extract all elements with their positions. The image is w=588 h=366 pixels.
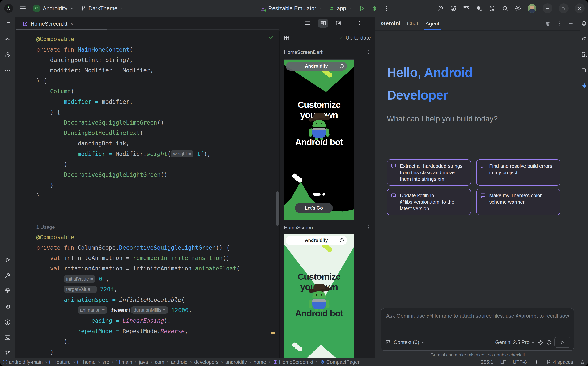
search-everywhere-button[interactable] xyxy=(502,5,509,12)
gradle-sync-button[interactable] xyxy=(489,5,496,12)
user-avatar[interactable] xyxy=(528,4,536,13)
terminal-tool-button[interactable] xyxy=(4,334,11,341)
code-line[interactable]: @Composable xyxy=(36,34,279,45)
vcs-branch-selector[interactable]: DarkTheme xyxy=(80,5,124,12)
line-separator[interactable]: LF xyxy=(500,359,506,365)
breadcrumb-item[interactable]: feature xyxy=(49,359,71,365)
suggestion-card[interactable]: Make my Theme's color scheme warmer xyxy=(476,189,560,215)
code-line[interactable]: Column( xyxy=(36,86,279,97)
breadcrumb-item[interactable]: androidify-main xyxy=(3,359,43,365)
code-line[interactable]: val rotationAnimation = infiniteAnimatio… xyxy=(36,263,279,274)
code-line[interactable]: ) { xyxy=(36,76,279,86)
file-encoding[interactable]: UTF-8 xyxy=(513,359,527,365)
code-line[interactable]: ) xyxy=(36,159,279,170)
tab-close-icon[interactable]: × xyxy=(70,21,74,27)
resource-manager-tool-button[interactable] xyxy=(4,51,11,58)
editor-options-button[interactable] xyxy=(354,19,364,28)
run-tool-button[interactable] xyxy=(4,256,11,263)
code-line[interactable]: dancingBotLink, xyxy=(36,138,279,149)
run-with-coverage-button[interactable] xyxy=(450,5,457,12)
window-minimize-button[interactable] xyxy=(542,3,552,13)
prompt-history-button[interactable] xyxy=(546,339,552,345)
code-line[interactable]: modifier: Modifier = Modifier, xyxy=(36,65,279,76)
send-button[interactable] xyxy=(554,337,570,348)
code-line[interactable]: } xyxy=(36,180,279,191)
info-icon[interactable] xyxy=(339,64,344,69)
build-button[interactable] xyxy=(437,5,443,12)
tab-scrollbar-thumb[interactable] xyxy=(16,29,107,30)
code-line[interactable]: easing = LinearEasing), xyxy=(36,316,279,326)
project-tool-button[interactable] xyxy=(4,20,11,27)
commit-tool-button[interactable] xyxy=(4,36,11,43)
profiler-button[interactable] xyxy=(463,5,470,12)
gemini-prompt-input[interactable] xyxy=(386,311,569,320)
code-line[interactable]: animationSpec = infiniteRepeatable( xyxy=(36,295,279,305)
lets-go-button[interactable]: Let's Go xyxy=(295,203,333,213)
breadcrumb-item[interactable]: CompactPager xyxy=(320,359,359,365)
code-line[interactable]: repeatMode = RepeatMode.Reverse, xyxy=(36,326,279,336)
breadcrumb-item[interactable]: com xyxy=(155,359,164,365)
preview-options-button[interactable] xyxy=(366,225,371,230)
device-explorer-tool-button[interactable] xyxy=(581,51,587,58)
view-code-only-button[interactable] xyxy=(303,19,313,28)
preview-phone-homescreen[interactable]: Androidify Customize your own Android bo… xyxy=(284,234,354,358)
code-line[interactable]: DancingBotHeadlineText( xyxy=(36,128,279,138)
breadcrumb-item[interactable]: home xyxy=(254,359,266,365)
breadcrumb-item[interactable]: HomeScreen.kt xyxy=(273,359,313,365)
preview-layout-button[interactable] xyxy=(283,35,290,41)
settings-button[interactable] xyxy=(515,5,521,12)
code-line[interactable]: private fun MainHomeContent( xyxy=(36,45,279,55)
breadcrumb-item[interactable]: android xyxy=(171,359,188,365)
editor-scrollbar-thumb[interactable] xyxy=(276,191,279,226)
code-line[interactable]: animation = tween(durationMillis = 12000… xyxy=(36,305,279,316)
readonly-toggle[interactable] xyxy=(580,359,585,365)
code-line[interactable]: private fun ColumnScope.DecorativeSquigg… xyxy=(36,243,279,253)
code-line[interactable]: targetValue = 720f, xyxy=(36,284,279,295)
caret-position[interactable]: 255:1 xyxy=(481,359,493,365)
device-selector[interactable]: Resizable Emulator xyxy=(260,5,323,12)
build-tool-button[interactable] xyxy=(4,272,11,279)
code-line[interactable] xyxy=(36,211,279,222)
window-restore-button[interactable] xyxy=(558,3,569,13)
breadcrumb-item[interactable]: src xyxy=(102,359,109,365)
code-line[interactable]: DecorativeSquiggleLightGreen() xyxy=(36,170,279,180)
problems-tool-button[interactable] xyxy=(4,319,11,326)
code-line[interactable]: 1 Usage xyxy=(36,222,279,232)
code-line[interactable] xyxy=(36,201,279,212)
code-line[interactable]: dancingBotLink: String?, xyxy=(36,55,279,65)
code-line[interactable]: ) xyxy=(36,347,279,357)
preview-options-button[interactable] xyxy=(366,49,371,55)
more-actions-button[interactable] xyxy=(384,5,390,11)
model-selector[interactable]: Gemini 2.5 Pro xyxy=(495,339,535,345)
main-menu-button[interactable] xyxy=(19,5,26,12)
gemini-input-box[interactable]: Context (6) Gemini 2.5 Pro xyxy=(381,308,574,351)
gemini-tool-button[interactable] xyxy=(581,83,587,89)
suggestion-card[interactable]: Update kotlin in @libs.version.toml to t… xyxy=(387,189,471,215)
running-devices-tool-button[interactable] xyxy=(581,67,587,73)
info-icon[interactable] xyxy=(339,238,344,243)
inspections-ok-icon[interactable] xyxy=(269,34,274,40)
hide-panel-button[interactable] xyxy=(568,21,573,26)
breadcrumb-item[interactable]: java xyxy=(139,359,148,365)
tab-homescreen-kt[interactable]: HomeScreen.kt × xyxy=(21,19,76,29)
code-line[interactable]: val infiniteAnimation = rememberInfinite… xyxy=(36,253,279,263)
tab-chat[interactable]: Chat xyxy=(407,21,418,27)
debug-button[interactable] xyxy=(371,5,378,12)
code-line[interactable]: ), xyxy=(36,336,279,347)
clear-chat-button[interactable] xyxy=(545,21,550,26)
preview-phone-homescreendark[interactable]: Androidify Customize your own Android bo… xyxy=(284,60,354,220)
code-area[interactable]: @Composableprivate fun MainHomeContent( … xyxy=(15,31,279,357)
attach-image-icon[interactable] xyxy=(385,339,391,345)
project-selector[interactable]: Androidify xyxy=(33,5,74,12)
view-split-button[interactable] xyxy=(318,19,328,28)
run-button[interactable] xyxy=(358,5,365,12)
notifications-tool-button[interactable] xyxy=(581,20,587,27)
gradle-tool-button[interactable] xyxy=(581,36,587,42)
tab-agent[interactable]: Agent xyxy=(425,21,439,27)
breadcrumb-item[interactable]: developers xyxy=(194,359,219,365)
logcat-tool-button[interactable] xyxy=(4,303,11,310)
attach-debugger-button[interactable] xyxy=(476,5,482,12)
breadcrumb-item[interactable]: home xyxy=(77,359,96,365)
context-selector[interactable]: Context (6) xyxy=(394,339,425,345)
suggestion-card[interactable]: Find and resolve build errors in my proj… xyxy=(476,159,560,186)
